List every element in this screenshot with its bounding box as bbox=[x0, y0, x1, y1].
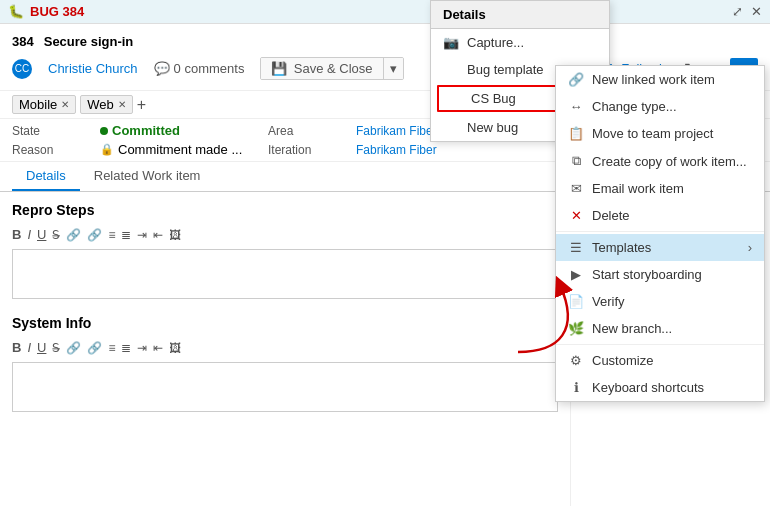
state-value[interactable]: Committed bbox=[100, 123, 260, 138]
tag-mobile: Mobile ✕ bbox=[12, 95, 76, 114]
si-indent-button[interactable]: ⇥ bbox=[137, 341, 147, 355]
title-bar-label: BUG 384 bbox=[30, 4, 84, 19]
reason-label: Reason bbox=[12, 143, 92, 157]
bug-icon: 🐛 bbox=[8, 4, 24, 19]
strikethrough-button[interactable]: S̶ bbox=[52, 228, 60, 242]
change-type-icon: ↔ bbox=[568, 99, 584, 114]
si-list-button[interactable]: ≡ bbox=[108, 341, 115, 355]
save-icon: 💾 bbox=[271, 61, 287, 76]
templates-arrow: › bbox=[748, 240, 752, 255]
save-close-dropdown-arrow[interactable]: ▾ bbox=[383, 58, 403, 79]
bold-button[interactable]: B bbox=[12, 227, 21, 242]
context-keyboard[interactable]: ℹ Keyboard shortcuts bbox=[556, 374, 764, 401]
new-linked-icon: 🔗 bbox=[568, 72, 584, 87]
image-button[interactable]: 🖼 bbox=[169, 228, 181, 242]
outdent-button[interactable]: ⇤ bbox=[153, 228, 163, 242]
lock-icon: 🔒 bbox=[100, 143, 114, 156]
move-team-icon: 📋 bbox=[568, 126, 584, 141]
verify-icon: 📄 bbox=[568, 294, 584, 309]
title-bar-left: 🐛 BUG 384 bbox=[8, 4, 84, 19]
context-divider bbox=[556, 231, 764, 232]
add-tag-button[interactable]: + bbox=[137, 96, 146, 114]
author-name[interactable]: Christie Church bbox=[48, 61, 138, 76]
customize-icon: ⚙ bbox=[568, 353, 584, 368]
repro-steps-toolbar: B I U S̶ 🔗 🔗 ≡ ≣ ⇥ ⇤ 🖼 bbox=[12, 224, 558, 245]
link-button[interactable]: 🔗 bbox=[66, 228, 81, 242]
state-dot bbox=[100, 127, 108, 135]
area-label: Area bbox=[268, 124, 348, 138]
expand-icon[interactable]: ⤢ bbox=[732, 4, 743, 19]
tag-mobile-remove[interactable]: ✕ bbox=[61, 99, 69, 110]
system-info-title: System Info bbox=[12, 315, 558, 331]
tag-web-remove[interactable]: ✕ bbox=[118, 99, 126, 110]
details-dropdown-title: Details bbox=[431, 1, 609, 29]
context-divider-2 bbox=[556, 344, 764, 345]
list-button[interactable]: ≡ bbox=[108, 228, 115, 242]
context-verify[interactable]: 📄 Verify bbox=[556, 288, 764, 315]
context-change-type[interactable]: ↔ Change type... bbox=[556, 93, 764, 120]
left-panel: Repro Steps B I U S̶ 🔗 🔗 ≡ ≣ ⇥ ⇤ 🖼 Syste… bbox=[0, 192, 570, 506]
new-branch-icon: 🌿 bbox=[568, 321, 584, 336]
delete-icon: ✕ bbox=[568, 208, 584, 223]
si-image-button[interactable]: 🖼 bbox=[169, 341, 181, 355]
storyboard-icon: ▶ bbox=[568, 267, 584, 282]
title-bar-icons: ⤢ ✕ bbox=[732, 4, 762, 19]
tag-web-label: Web bbox=[87, 97, 114, 112]
avatar: CC bbox=[12, 59, 32, 79]
si-italic-button[interactable]: I bbox=[27, 340, 31, 355]
context-customize[interactable]: ⚙ Customize bbox=[556, 347, 764, 374]
work-title: 384 Secure sign-in bbox=[12, 30, 758, 51]
si-outdent-button[interactable]: ⇤ bbox=[153, 341, 163, 355]
context-new-linked[interactable]: 🔗 New linked work item bbox=[556, 66, 764, 93]
indent-button[interactable]: ⇥ bbox=[137, 228, 147, 242]
system-info-editor[interactable] bbox=[12, 362, 558, 412]
save-close-label[interactable]: 💾 Save & Close bbox=[261, 58, 382, 79]
email-icon: ✉ bbox=[568, 181, 584, 196]
repro-steps-editor[interactable] bbox=[12, 249, 558, 299]
context-storyboard[interactable]: ▶ Start storyboarding bbox=[556, 261, 764, 288]
context-menu: 🔗 New linked work item ↔ Change type... … bbox=[555, 65, 765, 402]
dropdown-capture[interactable]: 📷 Capture... bbox=[431, 29, 609, 56]
si-link2-button[interactable]: 🔗 bbox=[87, 341, 102, 355]
si-underline-button[interactable]: U bbox=[37, 340, 46, 355]
context-create-copy[interactable]: ⧉ Create copy of work item... bbox=[556, 147, 764, 175]
tab-related-work-item[interactable]: Related Work item bbox=[80, 162, 215, 191]
comment-icon: 💬 bbox=[154, 61, 170, 76]
work-item-number: 384 bbox=[12, 34, 34, 49]
create-copy-icon: ⧉ bbox=[568, 153, 584, 169]
context-move-team[interactable]: 📋 Move to team project bbox=[556, 120, 764, 147]
context-templates[interactable]: ☰ Templates › bbox=[556, 234, 764, 261]
repro-steps-title: Repro Steps bbox=[12, 202, 558, 218]
tab-details[interactable]: Details bbox=[12, 162, 80, 191]
si-strikethrough-button[interactable]: S̶ bbox=[52, 341, 60, 355]
link2-button[interactable]: 🔗 bbox=[87, 228, 102, 242]
title-bar: 🐛 BUG 384 ⤢ ✕ bbox=[0, 0, 770, 24]
context-email[interactable]: ✉ Email work item bbox=[556, 175, 764, 202]
work-item-title: Secure sign-in bbox=[44, 34, 134, 49]
italic-button[interactable]: I bbox=[27, 227, 31, 242]
iteration-label: Iteration bbox=[268, 143, 348, 157]
context-new-branch[interactable]: 🌿 New branch... bbox=[556, 315, 764, 342]
templates-icon: ☰ bbox=[568, 240, 584, 255]
reason-value[interactable]: 🔒 Commitment made ... bbox=[100, 142, 260, 157]
list2-button[interactable]: ≣ bbox=[121, 228, 131, 242]
si-list2-button[interactable]: ≣ bbox=[121, 341, 131, 355]
comments-button[interactable]: 💬 0 comments bbox=[154, 61, 245, 76]
comments-count: 0 comments bbox=[174, 61, 245, 76]
save-close-button[interactable]: 💾 Save & Close ▾ bbox=[260, 57, 403, 80]
close-icon[interactable]: ✕ bbox=[751, 4, 762, 19]
keyboard-icon: ℹ bbox=[568, 380, 584, 395]
context-delete[interactable]: ✕ Delete bbox=[556, 202, 764, 229]
capture-icon: 📷 bbox=[443, 35, 459, 50]
si-bold-button[interactable]: B bbox=[12, 340, 21, 355]
si-link-button[interactable]: 🔗 bbox=[66, 341, 81, 355]
iteration-value[interactable]: Fabrikam Fiber bbox=[356, 143, 556, 157]
system-info-toolbar: B I U S̶ 🔗 🔗 ≡ ≣ ⇥ ⇤ 🖼 bbox=[12, 337, 558, 358]
tag-mobile-label: Mobile bbox=[19, 97, 57, 112]
state-label: State bbox=[12, 124, 92, 138]
underline-button[interactable]: U bbox=[37, 227, 46, 242]
tag-web: Web ✕ bbox=[80, 95, 133, 114]
